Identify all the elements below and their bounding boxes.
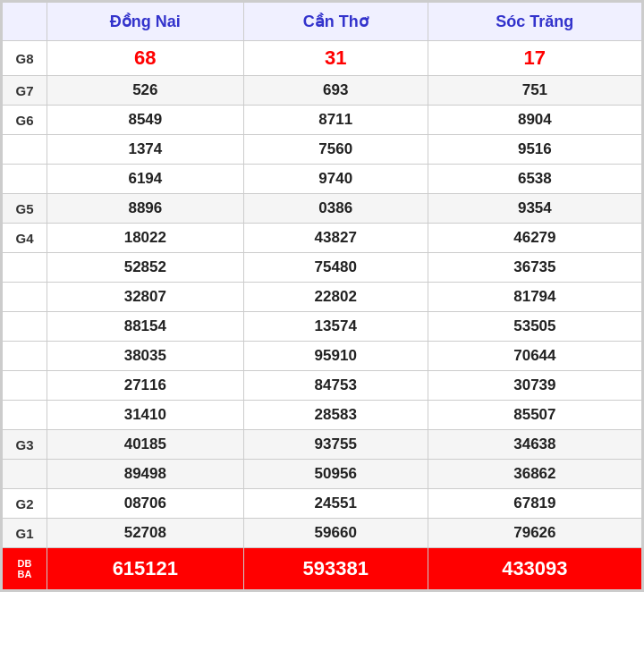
row-value: 9516 [428, 135, 641, 165]
table-row: 314102858385507 [3, 401, 642, 430]
row-label [3, 165, 47, 194]
row-label [3, 253, 47, 283]
row-value: 43827 [243, 224, 428, 253]
row-value: 751 [428, 76, 641, 106]
row-value: 08706 [47, 489, 244, 519]
row-label: G5 [3, 194, 47, 224]
row-value: 67819 [428, 489, 641, 519]
row-label: G8 [3, 41, 47, 76]
row-value: 8549 [47, 106, 244, 135]
row-value: 79626 [428, 519, 641, 548]
row-label [3, 135, 47, 165]
row-value: 46279 [428, 224, 641, 253]
footer-row: DBBA615121593381433093 [3, 548, 642, 590]
row-value: 6194 [47, 165, 244, 194]
row-value: 89498 [47, 460, 244, 489]
row-label: G6 [3, 106, 47, 135]
row-label [3, 283, 47, 312]
row-value: 52852 [47, 253, 244, 283]
row-value: 9354 [428, 194, 641, 224]
row-value: 0386 [243, 194, 428, 224]
header-label [3, 3, 47, 41]
row-label: G4 [3, 224, 47, 253]
row-label: G7 [3, 76, 47, 106]
header-dong-nai: Đồng Nai [47, 3, 244, 41]
row-value: 38035 [47, 342, 244, 371]
table-row: G8683117 [3, 41, 642, 76]
footer-value: 433093 [428, 548, 641, 590]
row-value: 70644 [428, 342, 641, 371]
row-value: 31410 [47, 401, 244, 430]
row-value: 93755 [243, 430, 428, 460]
row-value: 84753 [243, 371, 428, 401]
lottery-table: Đồng Nai Cần Thơ Sóc Trăng G8683117G7526… [0, 0, 644, 592]
table-row: 271168475330739 [3, 371, 642, 401]
footer-value: 615121 [47, 548, 244, 590]
footer-value: 593381 [243, 548, 428, 590]
table-row: G7526693751 [3, 76, 642, 106]
table-row: 881541357453505 [3, 312, 642, 342]
footer-label: DBBA [3, 548, 47, 590]
row-value: 32807 [47, 283, 244, 312]
row-value: 85507 [428, 401, 641, 430]
row-value: 17 [428, 41, 641, 76]
row-value: 40185 [47, 430, 244, 460]
table-row: G3401859375534638 [3, 430, 642, 460]
header-can-tho: Cần Thơ [243, 3, 428, 41]
row-label [3, 401, 47, 430]
row-label [3, 312, 47, 342]
table-row: 380359591070644 [3, 342, 642, 371]
table-row: G2087062455167819 [3, 489, 642, 519]
row-value: 8896 [47, 194, 244, 224]
row-value: 31 [243, 41, 428, 76]
table-row: G5889603869354 [3, 194, 642, 224]
row-value: 693 [243, 76, 428, 106]
row-value: 81794 [428, 283, 641, 312]
row-label [3, 460, 47, 489]
row-value: 34638 [428, 430, 641, 460]
row-value: 6538 [428, 165, 641, 194]
row-value: 8711 [243, 106, 428, 135]
table-row: 894985095636862 [3, 460, 642, 489]
row-value: 52708 [47, 519, 244, 548]
row-value: 24551 [243, 489, 428, 519]
header-soc-trang: Sóc Trăng [428, 3, 641, 41]
row-value: 30739 [428, 371, 641, 401]
row-value: 36862 [428, 460, 641, 489]
table-row: 528527548036735 [3, 253, 642, 283]
row-value: 7560 [243, 135, 428, 165]
row-value: 8904 [428, 106, 641, 135]
row-value: 36735 [428, 253, 641, 283]
row-label: G3 [3, 430, 47, 460]
row-value: 1374 [47, 135, 244, 165]
header-row: Đồng Nai Cần Thơ Sóc Trăng [3, 3, 642, 41]
row-value: 27116 [47, 371, 244, 401]
row-value: 526 [47, 76, 244, 106]
row-value: 53505 [428, 312, 641, 342]
row-value: 28583 [243, 401, 428, 430]
row-value: 50956 [243, 460, 428, 489]
row-value: 59660 [243, 519, 428, 548]
row-value: 75480 [243, 253, 428, 283]
table-row: 619497406538 [3, 165, 642, 194]
table-row: G6854987118904 [3, 106, 642, 135]
row-label [3, 371, 47, 401]
table-row: 137475609516 [3, 135, 642, 165]
row-value: 18022 [47, 224, 244, 253]
row-value: 88154 [47, 312, 244, 342]
row-label: G2 [3, 489, 47, 519]
row-value: 9740 [243, 165, 428, 194]
table-row: G1527085966079626 [3, 519, 642, 548]
row-value: 22802 [243, 283, 428, 312]
row-value: 95910 [243, 342, 428, 371]
row-label: G1 [3, 519, 47, 548]
row-value: 13574 [243, 312, 428, 342]
row-label [3, 342, 47, 371]
table-row: G4180224382746279 [3, 224, 642, 253]
row-value: 68 [47, 41, 244, 76]
table-row: 328072280281794 [3, 283, 642, 312]
